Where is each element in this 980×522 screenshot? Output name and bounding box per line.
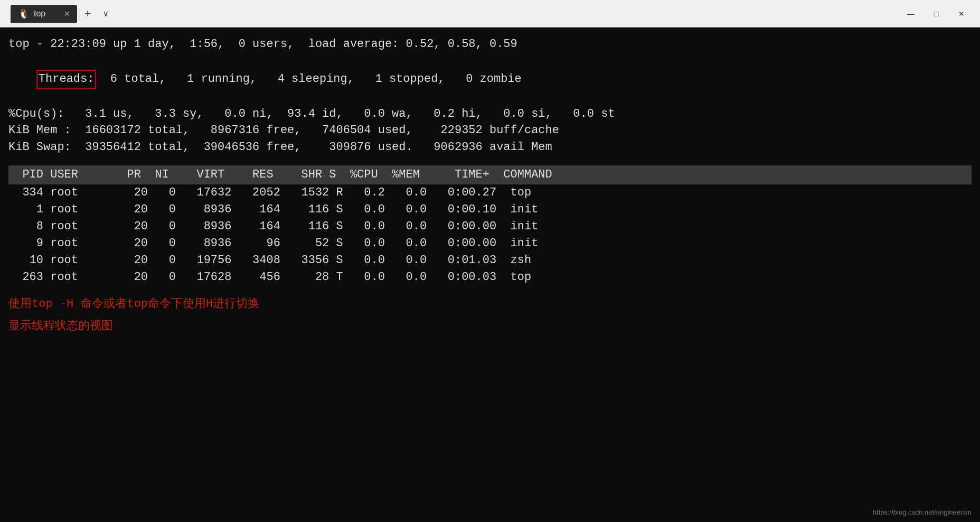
cpu-line: %Cpu(s): 3.1 us, 3.3 sy, 0.0 ni, 93.4 id… <box>8 106 972 123</box>
table-row: 9 root 20 0 8936 96 52 S 0.0 0.0 0:00.00… <box>8 235 972 252</box>
new-tab-button[interactable]: + <box>78 4 97 23</box>
window-controls: — □ ✕ <box>899 3 974 24</box>
table-row: 263 root 20 0 17628 456 28 T 0.0 0.0 0:0… <box>8 269 972 286</box>
close-window-button[interactable]: ✕ <box>949 3 974 24</box>
top-line2: Threads: 6 total, 1 running, 4 sleeping,… <box>8 53 972 106</box>
annotation-line2: 显示线程状态的视图 <box>8 318 972 335</box>
swap-line: KiB Swap: 39356412 total, 39046536 free,… <box>8 139 972 156</box>
annotation-line1: 使用top -H 命令或者top命令下使用H进行切换 <box>8 296 972 313</box>
tab-area: 🐧 top ✕ + ∨ <box>11 4 114 23</box>
process-table-body: 334 root 20 0 17632 2052 1532 R 0.2 0.0 … <box>8 184 972 285</box>
table-row: 8 root 20 0 8936 164 116 S 0.0 0.0 0:00.… <box>8 218 972 235</box>
close-tab-button[interactable]: ✕ <box>61 8 73 20</box>
terminal-tab[interactable]: 🐧 top ✕ <box>11 5 77 23</box>
maximize-button[interactable]: □ <box>924 3 948 24</box>
threads-label: Threads: <box>36 70 97 89</box>
titlebar: 🐧 top ✕ + ∨ — □ ✕ <box>0 0 980 27</box>
table-row: 10 root 20 0 19756 3408 3356 S 0.0 0.0 0… <box>8 252 972 269</box>
status-url: https://blog.csdn.net/engineerxin <box>873 508 972 518</box>
process-table-header: PID USER PR NI VIRT RES SHR S %CPU %MEM … <box>8 165 972 184</box>
minimize-button[interactable]: — <box>899 3 923 24</box>
tab-title: top <box>34 9 45 18</box>
tab-dropdown-button[interactable]: ∨ <box>97 5 114 22</box>
threads-info: 6 total, 1 running, 4 sleeping, 1 stoppe… <box>96 72 521 86</box>
top-line1: top - 22:23:09 up 1 day, 1:56, 0 users, … <box>8 36 972 53</box>
table-row: 1 root 20 0 8936 164 116 S 0.0 0.0 0:00.… <box>8 201 972 218</box>
terminal-content: top - 22:23:09 up 1 day, 1:56, 0 users, … <box>0 27 980 522</box>
table-row: 334 root 20 0 17632 2052 1532 R 0.2 0.0 … <box>8 184 972 201</box>
mem-line: KiB Mem : 16603172 total, 8967316 free, … <box>8 122 972 139</box>
linux-icon: 🐧 <box>18 8 30 20</box>
